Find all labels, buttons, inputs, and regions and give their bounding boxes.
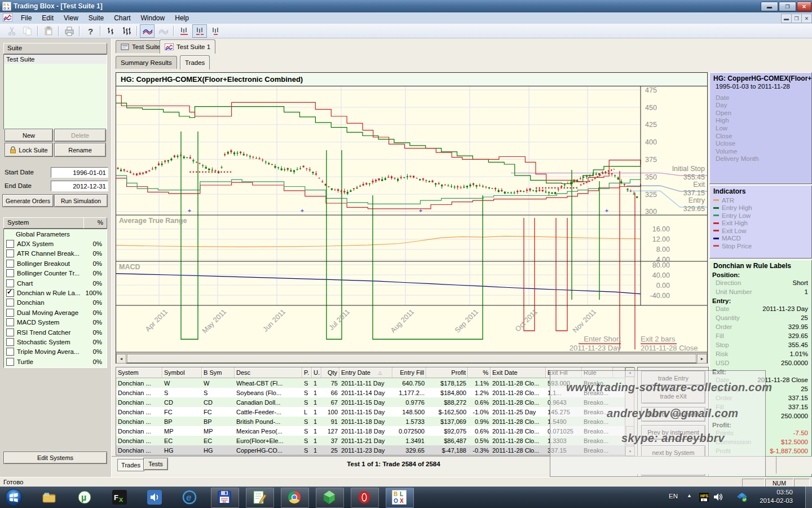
language-indicator[interactable]: EN bbox=[669, 493, 678, 500]
system-item[interactable]: RSI Trend Catcher0% bbox=[4, 327, 107, 337]
table-row[interactable]: Donchian ...MPMPMexican Peso(...S1127201… bbox=[116, 426, 625, 436]
clock-time[interactable]: 03:50 bbox=[756, 489, 793, 496]
tab-test-suite-1[interactable]: Test Suite 1 bbox=[160, 40, 215, 54]
system-checkbox[interactable] bbox=[6, 309, 14, 317]
table-vertical-scrollbar[interactable]: ▲ ▼ bbox=[625, 367, 634, 456]
table-scroll-thumb[interactable] bbox=[626, 426, 634, 445]
column-header-exitfill[interactable]: Exit Fill bbox=[546, 367, 582, 378]
menu-edit[interactable]: Edit bbox=[37, 13, 59, 23]
system-item[interactable]: MACD System0% bbox=[4, 318, 107, 327]
column-header-bsym[interactable]: B Sym bbox=[202, 367, 235, 378]
nav-button-trade-exit[interactable]: trade eXit bbox=[641, 389, 705, 404]
taskbar-icon-explorer[interactable] bbox=[42, 490, 57, 505]
nav-button-next-by-instrument[interactable]: Next by instrument bbox=[641, 407, 705, 422]
nav-button-prev-by-instrument[interactable]: Prev by instrument bbox=[641, 425, 705, 440]
system-checkbox[interactable] bbox=[6, 249, 14, 257]
end-date-input[interactable]: 2012-12-31 bbox=[51, 181, 108, 191]
tab-trades[interactable]: Trades bbox=[180, 55, 210, 69]
system-checkbox[interactable] bbox=[6, 329, 14, 336]
data-red-2-icon[interactable] bbox=[192, 24, 207, 38]
taskbar-icon-editor[interactable] bbox=[252, 490, 267, 505]
system-item[interactable]: Bollinger Breakout0% bbox=[4, 259, 107, 268]
rename-button[interactable]: Rename bbox=[54, 143, 106, 157]
system-checkbox[interactable] bbox=[6, 260, 14, 268]
restore-button[interactable]: ❐ bbox=[779, 2, 796, 11]
system-checkbox[interactable] bbox=[6, 299, 14, 306]
system-checkbox[interactable] bbox=[6, 289, 14, 297]
scroll-thumb[interactable] bbox=[127, 354, 696, 363]
column-header-profit[interactable]: Profit bbox=[426, 367, 468, 378]
taskbar-icon-opera[interactable] bbox=[357, 490, 372, 505]
wave-icon[interactable] bbox=[140, 24, 155, 38]
table-row[interactable]: Donchian ...CDCDCanadian Doll...S1672011… bbox=[116, 397, 625, 407]
system-item[interactable]: Dual Moving Average0% bbox=[4, 308, 107, 317]
column-header-p[interactable]: P. bbox=[302, 367, 312, 378]
column-header-qty[interactable]: Qty bbox=[321, 367, 339, 378]
minimize-button[interactable]: ▬ bbox=[761, 2, 778, 11]
taskbar-icon-blox[interactable]: BLOX bbox=[392, 490, 407, 505]
suite-list-item[interactable]: Test Suite bbox=[4, 55, 107, 64]
delete-button[interactable]: Delete bbox=[54, 129, 106, 142]
nav-button-trade-entry[interactable]: trade Entry bbox=[641, 371, 705, 386]
system-item[interactable]: Bollinger Counter Tr...0% bbox=[4, 269, 107, 278]
tray-expand-icon[interactable]: ▲ bbox=[687, 493, 692, 498]
system-item[interactable]: Triple Moving Avera...0% bbox=[4, 347, 107, 357]
menu-chart[interactable]: Chart bbox=[109, 13, 135, 23]
new-button[interactable]: New bbox=[5, 129, 53, 142]
taskbar-icon-gem[interactable] bbox=[322, 490, 337, 505]
run-simulation-button[interactable]: Run Simulation bbox=[54, 194, 108, 207]
start-button[interactable] bbox=[5, 488, 23, 507]
mdi-close-button[interactable]: ✕ bbox=[801, 14, 812, 23]
dropbox-tray-icon[interactable] bbox=[736, 492, 748, 503]
taskbar-icon-chrome[interactable] bbox=[287, 490, 302, 505]
chart-horizontal-scrollbar[interactable]: ◄ ► bbox=[116, 353, 707, 363]
data-red-3-icon[interactable] bbox=[208, 24, 223, 38]
tab-summary-results[interactable]: Summary Results bbox=[116, 56, 177, 69]
system-checkbox[interactable] bbox=[6, 318, 14, 326]
column-header-entryfill[interactable]: Entry Fill bbox=[392, 367, 426, 378]
table-scroll-up-arrow[interactable]: ▲ bbox=[625, 367, 635, 377]
hfs-tray-icon[interactable]: HFS0 bbox=[699, 493, 709, 503]
menu-window[interactable]: Window bbox=[136, 13, 170, 23]
table-scroll-down-arrow[interactable]: ▼ bbox=[625, 446, 635, 456]
menu-help[interactable]: Help bbox=[170, 13, 194, 23]
system-item[interactable]: Chart0% bbox=[4, 278, 107, 288]
bars-small-icon[interactable] bbox=[103, 24, 118, 38]
menu-view[interactable]: View bbox=[59, 13, 83, 23]
system-checkbox[interactable] bbox=[6, 240, 14, 248]
taskbar-icon-ie[interactable]: e bbox=[182, 490, 197, 505]
mdi-minimize-button[interactable]: ▬ bbox=[781, 14, 792, 23]
bars-large-icon[interactable] bbox=[119, 24, 134, 38]
generate-orders-button[interactable]: Generate Orders bbox=[2, 194, 54, 207]
close-button[interactable]: ✕ bbox=[797, 2, 811, 11]
system-item[interactable]: ADX System0% bbox=[4, 239, 107, 248]
system-item[interactable]: ATR Channel Break...0% bbox=[4, 249, 107, 259]
table-row[interactable]: Donchian ...ECECEuro(Floor+Ele...S137201… bbox=[116, 436, 625, 445]
system-item[interactable]: Global Parameters bbox=[4, 229, 107, 239]
system-item[interactable]: Turtle0% bbox=[4, 357, 107, 366]
system-item[interactable]: Donchian w Rule La...100% bbox=[4, 288, 107, 297]
lock-suite-button[interactable]: Lock Suite bbox=[5, 143, 53, 157]
data-red-1-icon[interactable] bbox=[176, 24, 191, 38]
column-header-u[interactable]: U. bbox=[312, 367, 321, 378]
clock-date[interactable]: 2014-02-03 bbox=[756, 497, 793, 504]
system-checkbox[interactable] bbox=[6, 279, 14, 287]
volume-tray-icon[interactable] bbox=[713, 492, 723, 503]
system-item[interactable]: Stochastic System0% bbox=[4, 337, 107, 347]
system-item[interactable]: Donchian0% bbox=[4, 298, 107, 308]
start-date-input[interactable]: 1996-01-01 bbox=[51, 167, 108, 178]
menu-file[interactable]: File bbox=[16, 13, 37, 23]
column-header-system[interactable]: System bbox=[116, 367, 162, 378]
column-header-entrydate[interactable]: Entry Date△ bbox=[339, 367, 392, 378]
taskbar-icon-utorrent[interactable]: µ bbox=[77, 490, 92, 505]
help-icon[interactable]: ? bbox=[82, 24, 97, 38]
scroll-left-arrow[interactable]: ◄ bbox=[116, 354, 126, 364]
scroll-right-arrow[interactable]: ► bbox=[697, 354, 707, 364]
table-row[interactable]: Donchian ...BPBPBritish Pound-...S191201… bbox=[116, 417, 625, 426]
edit-systems-button[interactable]: Edit Systems bbox=[3, 452, 107, 464]
chart-doc-icon[interactable] bbox=[3, 14, 12, 23]
column-header-rule[interactable]: Rule bbox=[582, 367, 613, 378]
menu-suite[interactable]: Suite bbox=[83, 13, 109, 23]
system-checkbox[interactable] bbox=[6, 358, 14, 366]
price-chart[interactable]: Initial Stop355.45Exit337.15Entry329.65+… bbox=[116, 86, 707, 353]
